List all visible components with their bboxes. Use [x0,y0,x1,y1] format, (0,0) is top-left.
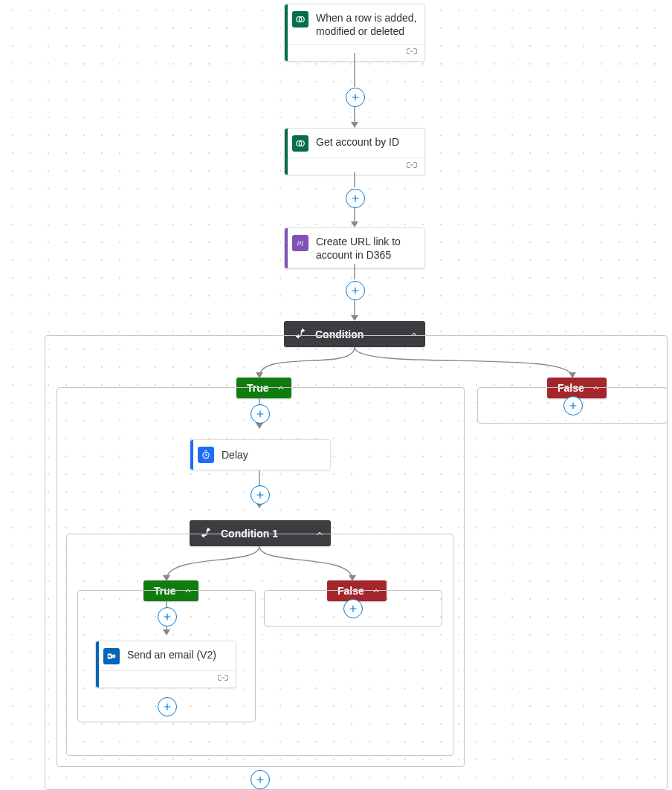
add-step-button[interactable] [343,599,363,618]
add-step-button[interactable] [251,404,270,424]
add-step-button[interactable] [158,697,177,716]
add-step-button[interactable] [251,485,270,505]
add-step-button[interactable] [346,189,365,208]
add-step-button[interactable] [563,396,583,415]
add-step-button[interactable] [158,607,177,627]
flow-canvas[interactable]: When a row is added, modified or deleted… [0,0,672,790]
add-step-button[interactable] [346,88,365,107]
add-step-button[interactable] [346,281,365,300]
add-step-button[interactable] [251,770,270,789]
